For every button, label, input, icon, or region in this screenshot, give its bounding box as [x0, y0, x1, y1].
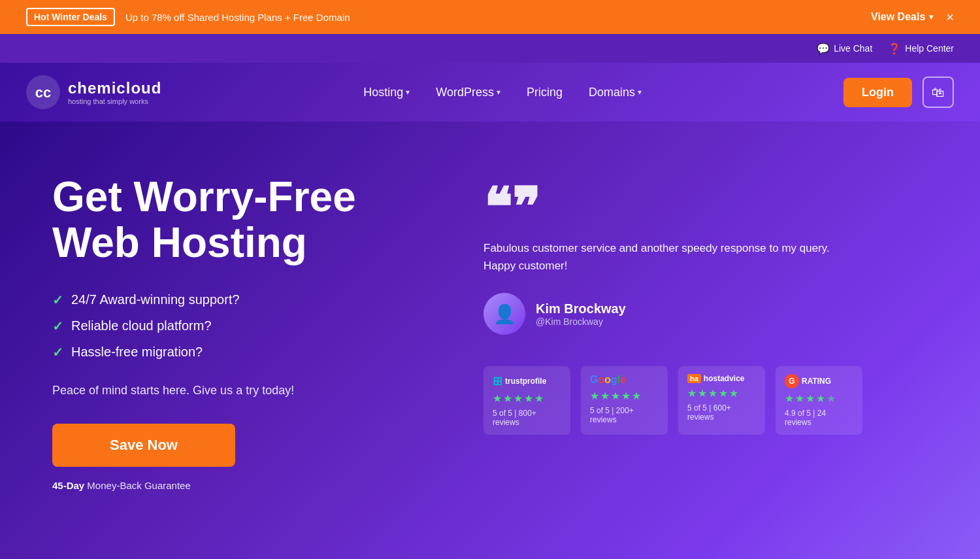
g2-rating: 4.9 of 5 | 24 reviews — [785, 409, 853, 427]
nav-wordpress[interactable]: WordPress ▾ — [425, 80, 511, 105]
hot-deals-badge: Hot Winter Deals — [26, 8, 115, 26]
rating-platforms: ⊞ trustprofile ★ ★ ★ ★ ★ 5 of 5 | 800+ r… — [483, 366, 862, 435]
g2-stars: ★ ★ ★ ★ ★ — [785, 392, 853, 405]
check-icon-3: ✓ — [52, 345, 63, 360]
hero-left: Get Worry-Free Web Hosting ✓ 24/7 Award-… — [52, 174, 444, 491]
google-logo: Google — [590, 374, 659, 386]
trustprofile-stars: ★ ★ ★ ★ ★ — [493, 392, 561, 405]
wordpress-chevron-icon: ▾ — [497, 88, 500, 97]
google-stars: ★ ★ ★ ★ ★ — [590, 390, 659, 402]
domains-chevron-icon: ▾ — [638, 88, 642, 97]
nav-pricing[interactable]: Pricing — [516, 80, 573, 105]
nav-links: Hosting ▾ WordPress ▾ Pricing Domains ▾ — [353, 80, 652, 105]
banner-left: Hot Winter Deals Up to 78% off Shared Ho… — [26, 8, 350, 26]
guarantee-text: 45-Day Money-Back Guarantee — [52, 480, 444, 491]
logo[interactable]: cc chemicloud hosting that simply works — [26, 75, 161, 109]
hero-subtext: Peace of mind starts here. Give us a try… — [52, 384, 444, 398]
reviewer-name: Kim Brockway — [536, 301, 626, 316]
testimonial-text: Fabulous customer service and another sp… — [483, 239, 862, 275]
logo-icon: cc — [26, 75, 60, 109]
cart-button[interactable]: 🛍 — [923, 76, 954, 108]
sub-nav: 💬 Live Chat ❓ Help Center — [0, 34, 980, 63]
main-nav: cc chemicloud hosting that simply works … — [0, 63, 980, 122]
hostadvice-stars: ★ ★ ★ ★ ★ — [687, 387, 756, 399]
check-icon-2: ✓ — [52, 318, 63, 334]
platform-g2: G RATING ★ ★ ★ ★ ★ 4.9 of 5 | 24 reviews — [776, 366, 862, 435]
reviewer-handle: @Kim Brockway — [536, 316, 626, 327]
quote-mark: ❝❞ — [483, 187, 862, 229]
save-now-button[interactable]: Save Now — [52, 424, 235, 467]
banner-promo-text: Up to 78% off Shared Hosting Plans + Fre… — [125, 12, 350, 23]
feature-item-3: ✓ Hassle-free migration? — [52, 345, 444, 360]
hero-features: ✓ 24/7 Award-winning support? ✓ Reliable… — [52, 292, 444, 360]
svg-text:cc: cc — [35, 84, 51, 101]
banner-right: View Deals ▾ × — [871, 10, 954, 24]
logo-name: chemicloud — [68, 79, 161, 97]
reviewer-area: 👤 Kim Brockway @Kim Brockway — [483, 293, 862, 335]
nav-right: Login 🛍 — [843, 76, 954, 108]
reviewer-info: Kim Brockway @Kim Brockway — [536, 301, 626, 327]
hero-section: Get Worry-Free Web Hosting ✓ 24/7 Award-… — [0, 122, 980, 559]
hero-title: Get Worry-Free Web Hosting — [52, 174, 444, 266]
testimonial-box: ❝❞ Fabulous customer service and another… — [483, 187, 862, 335]
trustprofile-logo: ⊞ trustprofile — [493, 374, 561, 388]
close-banner-button[interactable]: × — [946, 10, 954, 24]
google-rating: 5 of 5 | 200+ reviews — [590, 406, 659, 424]
feature-item-2: ✓ Reliable cloud platform? — [52, 318, 444, 334]
platform-trustprofile: ⊞ trustprofile ★ ★ ★ ★ ★ 5 of 5 | 800+ r… — [483, 366, 570, 435]
platform-google: Google ★ ★ ★ ★ ★ 5 of 5 | 200+ reviews — [581, 366, 668, 435]
top-banner: Hot Winter Deals Up to 78% off Shared Ho… — [0, 0, 980, 34]
trustprofile-icon: ⊞ — [493, 374, 502, 388]
live-chat-link[interactable]: 💬 Live Chat — [817, 42, 872, 55]
nav-domains[interactable]: Domains ▾ — [578, 80, 652, 105]
g2-logo: G RATING — [785, 374, 853, 388]
logo-tagline: hosting that simply works — [68, 97, 161, 105]
login-button[interactable]: Login — [843, 78, 912, 107]
chevron-down-icon: ▾ — [929, 12, 933, 22]
hostadvice-rating: 5 of 5 | 600+ reviews — [687, 403, 756, 422]
chat-icon: 💬 — [817, 42, 830, 55]
trustprofile-rating: 5 of 5 | 800+ reviews — [493, 409, 561, 427]
check-icon-1: ✓ — [52, 292, 63, 308]
hero-right: ❝❞ Fabulous customer service and another… — [483, 174, 862, 435]
view-deals-button[interactable]: View Deals ▾ — [871, 11, 933, 23]
platform-hostadvice: ha hostadvice ★ ★ ★ ★ ★ 5 of 5 | 600+ re… — [678, 366, 765, 435]
cart-icon: 🛍 — [932, 85, 945, 100]
hosting-chevron-icon: ▾ — [406, 88, 410, 97]
logo-text-area: chemicloud hosting that simply works — [68, 79, 161, 105]
feature-item-1: ✓ 24/7 Award-winning support? — [52, 292, 444, 308]
hostadvice-logo: ha hostadvice — [687, 374, 756, 383]
reviewer-avatar: 👤 — [483, 293, 525, 335]
nav-hosting[interactable]: Hosting ▾ — [353, 80, 420, 105]
help-center-link[interactable]: ❓ Help Center — [888, 42, 954, 55]
help-icon: ❓ — [888, 42, 901, 55]
